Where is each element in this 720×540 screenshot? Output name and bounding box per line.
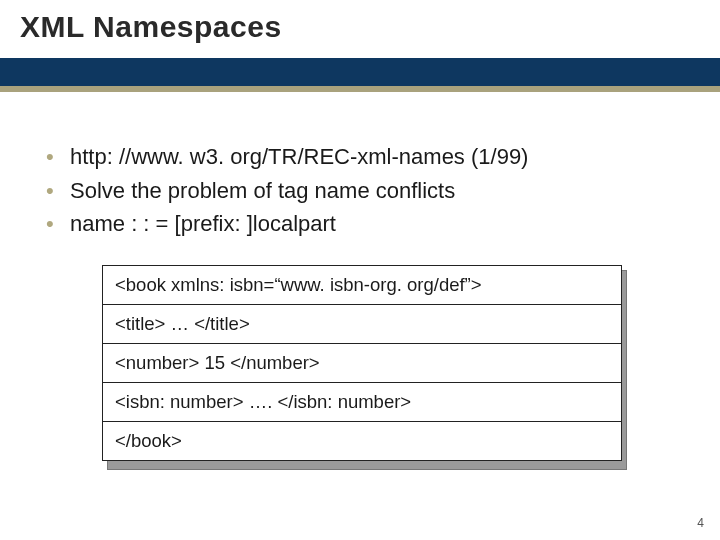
header-stripe-tan — [0, 86, 720, 92]
code-line: <isbn: number> …. </isbn: number> — [103, 383, 621, 422]
header-stripe-dark — [0, 58, 720, 86]
code-box: <book xmlns: isbn=“www. isbn-org. org/de… — [102, 265, 622, 461]
title-area: XML Namespaces — [0, 0, 720, 58]
bullet-item: Solve the problem of tag name conflicts — [40, 176, 680, 206]
header: XML Namespaces — [0, 0, 720, 92]
bullet-item: name : : = [prefix: ]localpart — [40, 209, 680, 239]
slide: XML Namespaces http: //www. w3. org/TR/R… — [0, 0, 720, 540]
code-line: <number> 15 </number> — [103, 344, 621, 383]
code-line: </book> — [103, 422, 621, 460]
code-line: <title> … </title> — [103, 305, 621, 344]
code-line: <book xmlns: isbn=“www. isbn-org. org/de… — [103, 266, 621, 305]
bullet-list: http: //www. w3. org/TR/REC-xml-names (1… — [40, 142, 680, 239]
code-example: <book xmlns: isbn=“www. isbn-org. org/de… — [102, 265, 680, 461]
page-number: 4 — [697, 516, 704, 530]
bullet-item: http: //www. w3. org/TR/REC-xml-names (1… — [40, 142, 680, 172]
content-area: http: //www. w3. org/TR/REC-xml-names (1… — [0, 92, 720, 461]
slide-title: XML Namespaces — [20, 10, 700, 44]
